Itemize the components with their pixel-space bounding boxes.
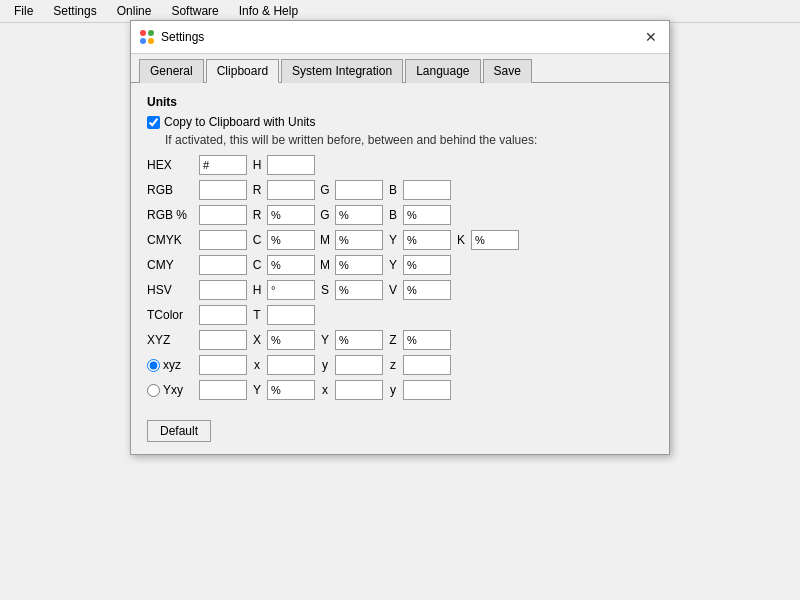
menu-file[interactable]: File <box>8 2 39 20</box>
menu-info-help[interactable]: Info & Help <box>233 2 304 20</box>
menu-settings[interactable]: Settings <box>47 2 102 20</box>
menu-software[interactable]: Software <box>165 2 224 20</box>
title-bar: Settings ✕ <box>131 21 669 23</box>
settings-dialog: Settings ✕ General Clipboard System Inte… <box>130 20 670 23</box>
menu-online[interactable]: Online <box>111 2 158 20</box>
